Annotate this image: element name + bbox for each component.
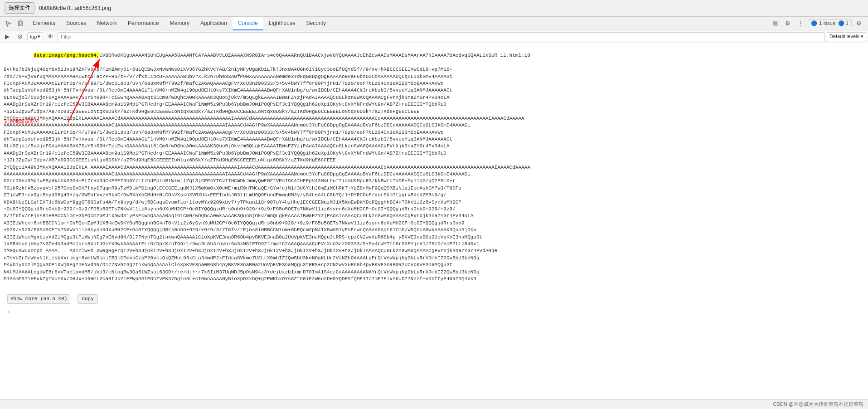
tab-sources[interactable]: Sources — [61, 17, 92, 30]
tab-console[interactable]: Console — [233, 17, 263, 30]
issue-flag-icon: 🔵 — [811, 20, 817, 26]
more-icon[interactable]: ⋮ — [795, 18, 806, 29]
file-choose-button[interactable]: 选择文件 — [5, 2, 34, 14]
filter-input[interactable] — [58, 32, 825, 41]
tab-performance[interactable]: Performance — [122, 17, 165, 30]
console-content-area: data:image/png;base64,iVBORw0KGgoAAAANSU… — [0, 43, 868, 399]
tab-application[interactable]: Application — [195, 17, 233, 30]
settings-icon[interactable]: ⚙ — [782, 18, 793, 29]
expand-button[interactable]: › — [4, 308, 864, 317]
issue-count-label: 1 Issue: 🔵 1 — [819, 20, 849, 26]
console-log-line: data:image/png;base64,iVBORw0KGgoAAAANSU… — [0, 45, 868, 291]
screenshot-icon[interactable] — [15, 17, 27, 30]
tab-security[interactable]: Security — [301, 17, 331, 30]
status-text: CSDN @不想成为大佬的菜鸟不是好菜鸟 — [773, 401, 863, 408]
ban-icon[interactable]: ⊘ — [15, 31, 25, 42]
tab-network[interactable]: Network — [92, 17, 122, 30]
tab-elements[interactable]: Elements — [27, 17, 61, 30]
chevron-down-icon: ▾ — [38, 34, 40, 39]
top-bar: 选择文件 0b08d9c8e7f...adf56c263.png — [0, 0, 868, 16]
devtools-panel: Elements Sources Network Performance Mem… — [0, 16, 868, 399]
console-text: data:image/png;base64,iVBORw0KGgoAAAANSU… — [4, 45, 864, 290]
status-bar: CSDN @不想成为大佬的菜鸟不是好菜鸟 — [0, 399, 868, 409]
show-more-row: Show more (63.5 kB) Copy — [0, 291, 868, 307]
tab-memory[interactable]: Memory — [165, 17, 195, 30]
console-output[interactable]: data:image/png;base64,iVBORw0KGgoAAAANSU… — [0, 43, 868, 399]
show-more-button[interactable]: Show more (63.5 kB) — [7, 294, 70, 304]
panel-icon[interactable]: ▤ — [770, 18, 781, 29]
run-icon[interactable]: ▶ — [2, 31, 13, 42]
console-toolbar: ▶ ⊘ top ▾ 👁 Default levels ▾ — [0, 30, 868, 43]
copy-button[interactable]: Copy — [78, 294, 97, 304]
devtools-tab-bar: Elements Sources Network Performance Mem… — [0, 17, 868, 30]
expand-row: › — [0, 307, 868, 318]
tab-controls: ▤ ⚙ ⋮ 🔵 1 Issue: 🔵 1 ⚙ — [770, 18, 866, 29]
file-name: 0b08d9c8e7f...adf56c263.png — [39, 5, 111, 11]
default-levels-dropdown[interactable]: Default levels ▾ — [827, 32, 866, 41]
issue-badge[interactable]: 🔵 1 Issue: 🔵 1 — [808, 19, 852, 27]
svg-rect-1 — [19, 22, 21, 24]
top-selector[interactable]: top ▾ — [27, 32, 43, 41]
gear-icon[interactable]: ⚙ — [853, 18, 864, 29]
eye-icon[interactable]: 👁 — [45, 31, 56, 42]
cursor-icon[interactable] — [2, 17, 15, 30]
tab-lighthouse[interactable]: Lighthouse — [263, 17, 301, 30]
